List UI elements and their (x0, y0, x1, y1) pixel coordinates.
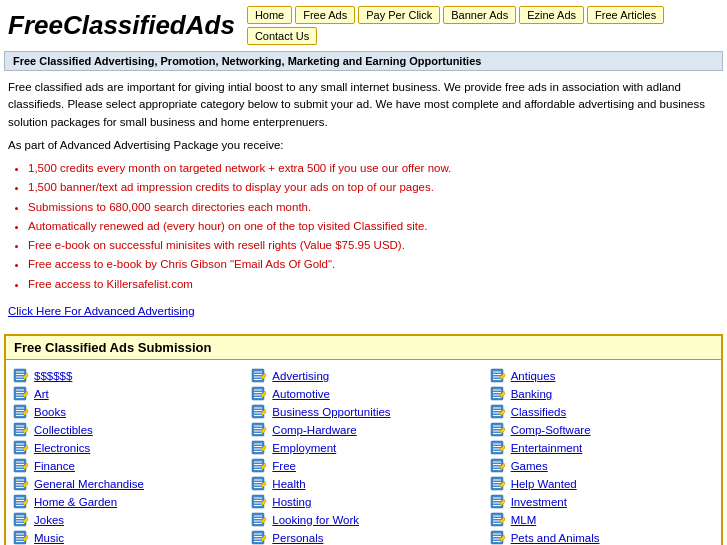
category-icon (12, 530, 30, 545)
list-item: Finance (12, 458, 238, 474)
list-item: Help Wanted (489, 476, 715, 492)
site-title: FreeClassifiedAds (8, 10, 235, 41)
category-link[interactable]: $$$$$$ (34, 370, 72, 382)
intro-section: Free classified ads are important for gi… (0, 75, 727, 328)
submission-header: Free Classified Ads Submission (6, 336, 721, 360)
list-item: Comp-Hardware (250, 422, 476, 438)
category-link[interactable]: Home & Garden (34, 496, 117, 508)
nav-button[interactable]: Contact Us (247, 27, 317, 45)
nav-button[interactable]: Pay Per Click (358, 6, 440, 24)
category-icon (250, 458, 268, 474)
category-link[interactable]: Help Wanted (511, 478, 577, 490)
category-icon (12, 404, 30, 420)
category-link[interactable]: Collectibles (34, 424, 93, 436)
category-link[interactable]: Finance (34, 460, 75, 472)
bullet-list: 1,500 credits every month on targeted ne… (28, 160, 719, 293)
list-item: Electronics (12, 440, 238, 456)
list-item: Hosting (250, 494, 476, 510)
category-icon (250, 494, 268, 510)
list-item: Banking (489, 386, 715, 402)
list-item: Art (12, 386, 238, 402)
list-item: Classifieds (489, 404, 715, 420)
list-item: Advertising (250, 368, 476, 384)
category-link[interactable]: Electronics (34, 442, 90, 454)
category-link[interactable]: Antiques (511, 370, 556, 382)
list-item: Music (12, 530, 238, 545)
category-link[interactable]: Personals (272, 532, 323, 544)
category-icon (12, 458, 30, 474)
category-icon (250, 368, 268, 384)
bullet-item: Free access to Killersafelist.com (28, 276, 719, 293)
category-icon (489, 494, 507, 510)
category-link[interactable]: Pets and Animals (511, 532, 600, 544)
list-item: Looking for Work (250, 512, 476, 528)
bullet-item: Free e-book on successful minisites with… (28, 237, 719, 254)
categories-grid: $$$$$$ArtBooksCollectiblesElectronicsFin… (6, 360, 721, 545)
list-item: Home & Garden (12, 494, 238, 510)
category-link[interactable]: Hosting (272, 496, 311, 508)
category-link[interactable]: General Merchandise (34, 478, 144, 490)
list-item: Books (12, 404, 238, 420)
category-link[interactable]: MLM (511, 514, 537, 526)
category-icon (250, 512, 268, 528)
category-link[interactable]: Business Opportunities (272, 406, 390, 418)
list-item: Entertainment (489, 440, 715, 456)
category-icon (12, 494, 30, 510)
category-link[interactable]: Comp-Hardware (272, 424, 356, 436)
category-icon (250, 386, 268, 402)
category-link[interactable]: Employment (272, 442, 336, 454)
nav-button[interactable]: Banner Ads (443, 6, 516, 24)
nav-button[interactable]: Free Ads (295, 6, 355, 24)
list-item: Antiques (489, 368, 715, 384)
bullet-item: 1,500 credits every month on targeted ne… (28, 160, 719, 177)
bullet-item: Automatically renewed ad (every hour) on… (28, 218, 719, 235)
category-link[interactable]: Music (34, 532, 64, 544)
category-icon (250, 404, 268, 420)
banner-text: Free Classified Advertising, Promotion, … (13, 55, 481, 67)
category-link[interactable]: Games (511, 460, 548, 472)
category-link[interactable]: Classifieds (511, 406, 567, 418)
list-item: General Merchandise (12, 476, 238, 492)
category-link[interactable]: Comp-Software (511, 424, 591, 436)
list-item: Jokes (12, 512, 238, 528)
list-item: Free (250, 458, 476, 474)
category-icon (12, 512, 30, 528)
list-item: $$$$$$ (12, 368, 238, 384)
list-item: Employment (250, 440, 476, 456)
category-link[interactable]: Automotive (272, 388, 330, 400)
category-icon (250, 530, 268, 545)
list-item: Investment (489, 494, 715, 510)
list-item: Automotive (250, 386, 476, 402)
nav-button[interactable]: Ezine Ads (519, 6, 584, 24)
category-icon (250, 422, 268, 438)
bullet-item: Free access to e-book by Chris Gibson "E… (28, 256, 719, 273)
category-link[interactable]: Art (34, 388, 49, 400)
list-item: Health (250, 476, 476, 492)
submission-section: Free Classified Ads Submission $$$$$$Art… (4, 334, 723, 545)
nav-button[interactable]: Home (247, 6, 292, 24)
category-icon (489, 404, 507, 420)
category-link[interactable]: Entertainment (511, 442, 583, 454)
category-link[interactable]: Jokes (34, 514, 64, 526)
category-icon (489, 368, 507, 384)
list-item: Games (489, 458, 715, 474)
advanced-advertising-link[interactable]: Click Here For Advanced Advertising (8, 303, 195, 320)
list-item: Comp-Software (489, 422, 715, 438)
category-link[interactable]: Banking (511, 388, 553, 400)
category-link[interactable]: Investment (511, 496, 567, 508)
category-link[interactable]: Free (272, 460, 296, 472)
list-item: Personals (250, 530, 476, 545)
header: FreeClassifiedAds HomeFree AdsPay Per Cl… (0, 0, 727, 51)
category-link[interactable]: Advertising (272, 370, 329, 382)
list-item: Business Opportunities (250, 404, 476, 420)
category-link[interactable]: Looking for Work (272, 514, 359, 526)
category-icon (250, 440, 268, 456)
nav-button[interactable]: Free Articles (587, 6, 664, 24)
category-icon (12, 368, 30, 384)
category-link[interactable]: Books (34, 406, 66, 418)
category-column-3: AntiquesBankingClassifiedsComp-SoftwareE… (483, 364, 721, 545)
category-link[interactable]: Health (272, 478, 305, 490)
nav-area: HomeFree AdsPay Per ClickBanner AdsEzine… (247, 6, 719, 45)
bullet-item: Submissions to 680,000 search directorie… (28, 199, 719, 216)
category-icon (12, 440, 30, 456)
